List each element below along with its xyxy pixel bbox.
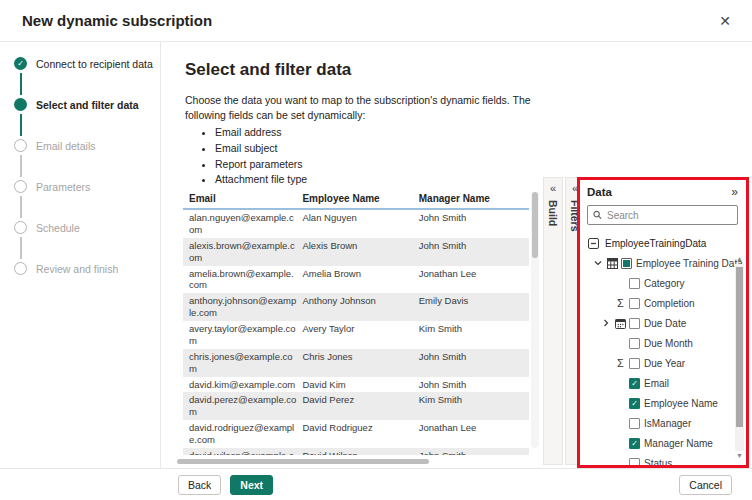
tree-field-due-date[interactable]: Due Date xyxy=(587,313,738,333)
unchecked-checkbox[interactable] xyxy=(629,338,640,349)
stepper-step-schedule[interactable]: Schedule xyxy=(14,220,160,235)
collapse-data-pane-icon[interactable]: » xyxy=(731,186,738,198)
field-tree-scrollbar[interactable]: ▲ ▼ xyxy=(735,255,744,460)
stepper-step-select-and-filter-data[interactable]: Select and filter data xyxy=(14,97,160,112)
table-icon xyxy=(604,258,621,269)
list-item: Report parameters xyxy=(215,158,752,172)
table-row: alexis.brown@example.comAlexis BrownJohn… xyxy=(183,238,529,266)
unchecked-checkbox[interactable] xyxy=(629,318,640,329)
table-cell: David Kim xyxy=(302,377,418,393)
close-icon[interactable]: ✕ xyxy=(714,10,736,32)
unchecked-checkbox[interactable] xyxy=(629,358,640,369)
new-dynamic-subscription-dialog: New dynamic subscription ✕ ✓Connect to r… xyxy=(0,0,752,500)
column-header: Manager Name xyxy=(419,190,529,209)
step-connector xyxy=(20,155,22,177)
field-label: Completion xyxy=(644,298,695,309)
tree-scroll-thumb[interactable] xyxy=(736,267,743,427)
field-label: Status xyxy=(644,458,672,466)
vertical-scroll-thumb[interactable] xyxy=(532,192,538,258)
table-cell: Amelia Brown xyxy=(302,266,418,294)
field-label: IsManager xyxy=(644,418,691,429)
scroll-down-arrow-icon[interactable]: ▼ xyxy=(736,452,743,460)
checked-checkbox[interactable]: ✓ xyxy=(629,438,640,449)
unchecked-checkbox[interactable] xyxy=(629,278,640,289)
step-circle-icon xyxy=(14,98,27,111)
table-cell: John Smith xyxy=(419,209,529,238)
table-cell: Avery Taylor xyxy=(302,321,418,349)
field-label: Manager Name xyxy=(644,438,713,449)
search-input[interactable] xyxy=(607,210,732,221)
table-cell: David Perez xyxy=(302,392,418,420)
tree-node-table[interactable]: Employee Training Data xyxy=(587,253,738,273)
tree-field-due-month[interactable]: Due Month xyxy=(587,333,738,353)
table-cell: Jonathan Lee xyxy=(419,420,529,448)
tree-field-status[interactable]: Status xyxy=(587,453,738,465)
unchecked-checkbox[interactable] xyxy=(629,298,640,309)
next-button[interactable]: Next xyxy=(230,475,273,495)
data-pane-title: Data xyxy=(587,186,612,198)
description-text: Choose the data you want to map to the s… xyxy=(185,93,567,123)
checked-checkbox[interactable]: ✓ xyxy=(629,378,640,389)
tree-field-email[interactable]: ✓Email xyxy=(587,373,738,393)
table-row: david.rodriguez@example.comDavid Rodrigu… xyxy=(183,420,529,448)
unchecked-checkbox[interactable] xyxy=(629,418,640,429)
tree-field-category[interactable]: Category xyxy=(587,273,738,293)
stepper-step-parameters[interactable]: Parameters xyxy=(14,179,160,194)
table-checkbox[interactable] xyxy=(621,258,632,269)
data-pane: Data » EmployeeTrainingData xyxy=(580,180,746,465)
table-cell: John Smith xyxy=(419,377,529,393)
table-cell: david.kim@example.com xyxy=(183,377,302,393)
semantic-model-icon xyxy=(588,238,599,249)
unchecked-checkbox[interactable] xyxy=(629,458,640,466)
table-cell: alan.nguyen@example.com xyxy=(183,209,302,238)
table-cell: Alexis Brown xyxy=(302,238,418,266)
step-circle-icon xyxy=(14,139,27,152)
data-pane-highlight-box: Data » EmployeeTrainingData xyxy=(577,177,749,468)
table-cell: amelia.brown@example.com xyxy=(183,266,302,294)
table-vertical-scrollbar[interactable] xyxy=(531,192,539,448)
expand-build-pane-icon[interactable]: « xyxy=(550,183,556,194)
back-button[interactable]: Back xyxy=(178,475,221,495)
tree-field-completion[interactable]: ΣCompletion xyxy=(587,293,738,313)
cancel-button[interactable]: Cancel xyxy=(679,475,732,495)
dialog-body: ✓Connect to recipient dataSelect and fil… xyxy=(0,42,752,468)
stepper-step-review-and-finish[interactable]: Review and finish xyxy=(14,261,160,276)
stepper-step-connect-to-recipient-data[interactable]: ✓Connect to recipient data xyxy=(14,56,160,71)
tree-node-label: Employee Training Data xyxy=(636,258,743,269)
scroll-up-arrow-icon[interactable]: ▲ xyxy=(736,255,743,263)
table-cell: david.perez@example.com xyxy=(183,392,302,420)
chevron-right-icon[interactable] xyxy=(599,319,612,327)
table-cell: Kim Smith xyxy=(419,321,529,349)
step-connector xyxy=(20,114,22,136)
step-connector xyxy=(20,196,22,218)
table-cell: John Smith xyxy=(419,349,529,377)
field-search-box[interactable] xyxy=(587,205,738,225)
table-row: chris.jones@example.comChris JonesJohn S… xyxy=(183,349,529,377)
tree-field-ismanager[interactable]: IsManager xyxy=(587,413,738,433)
horizontal-scroll-thumb[interactable] xyxy=(177,459,429,464)
step-connector xyxy=(20,237,22,259)
calendar-icon xyxy=(612,318,629,329)
step-label: Connect to recipient data xyxy=(36,58,153,70)
table-cell: Kim Smith xyxy=(419,392,529,420)
step-check-icon: ✓ xyxy=(14,57,27,70)
column-header: Email xyxy=(183,190,302,209)
table-cell: John Smith xyxy=(419,238,529,266)
table-horizontal-scrollbar[interactable] xyxy=(177,458,539,465)
tree-field-due-year[interactable]: ΣDue Year xyxy=(587,353,738,373)
tree-field-employee-name[interactable]: ✓Employee Name xyxy=(587,393,738,413)
checked-checkbox[interactable]: ✓ xyxy=(629,398,640,409)
step-circle-icon xyxy=(14,262,27,275)
list-item: Email subject xyxy=(215,142,752,156)
step-label: Parameters xyxy=(36,181,90,193)
table-cell: Chris Jones xyxy=(302,349,418,377)
tree-field-manager-name[interactable]: ✓Manager Name xyxy=(587,433,738,453)
tree-node-semantic-model[interactable]: EmployeeTrainingData xyxy=(587,233,738,253)
build-pane-collapsed[interactable]: « Build xyxy=(543,177,563,465)
tree-node-label: EmployeeTrainingData xyxy=(605,238,706,249)
chevron-down-icon[interactable] xyxy=(591,259,604,267)
field-label: Email xyxy=(644,378,669,389)
stepper-step-email-details[interactable]: Email details xyxy=(14,138,160,153)
list-item: Email address xyxy=(215,126,752,140)
table-cell: david.rodriguez@example.com xyxy=(183,420,302,448)
